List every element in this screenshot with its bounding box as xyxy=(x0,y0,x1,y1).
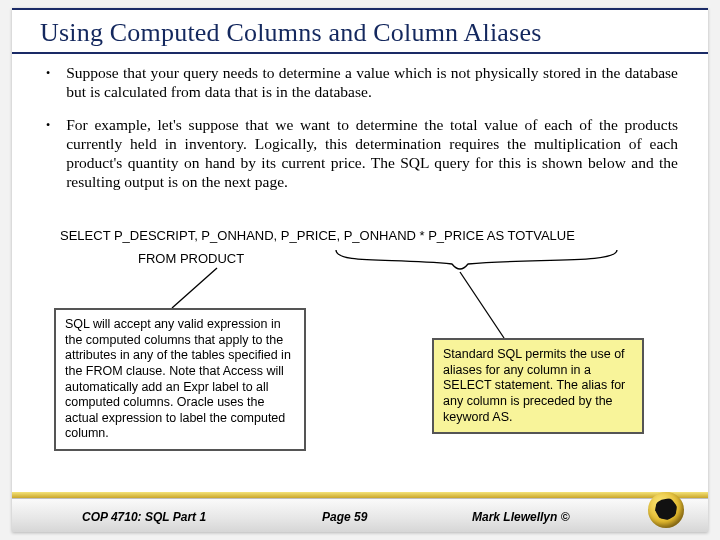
callout-right-text: Standard SQL permits the use of aliases … xyxy=(443,347,625,424)
footer: COP 4710: SQL Part 1 Page 59 Mark Llewel… xyxy=(12,492,708,532)
callout-left-text: SQL will accept any valid expression in … xyxy=(65,317,291,440)
bullet-list: • Suppose that your query needs to deter… xyxy=(46,64,678,205)
connector-left xyxy=(162,254,282,314)
footer-author: Mark Llewellyn © xyxy=(472,510,570,524)
footer-page: Page 59 xyxy=(322,510,367,524)
svg-line-1 xyxy=(172,268,217,308)
svg-line-0 xyxy=(460,272,504,338)
ucf-logo-icon xyxy=(648,492,684,528)
bullet-text: Suppose that your query needs to determi… xyxy=(66,64,678,102)
brace-connector-right xyxy=(332,244,642,344)
footer-course: COP 4710: SQL Part 1 xyxy=(82,510,206,524)
bullet-marker: • xyxy=(46,116,50,192)
callout-left: SQL will accept any valid expression in … xyxy=(54,308,306,451)
bullet-item: • For example, let's suppose that we wan… xyxy=(46,116,678,192)
bullet-item: • Suppose that your query needs to deter… xyxy=(46,64,678,102)
callout-right: Standard SQL permits the use of aliases … xyxy=(432,338,644,434)
bullet-text: For example, let's suppose that we want … xyxy=(66,116,678,192)
page-title: Using Computed Columns and Column Aliase… xyxy=(40,18,542,48)
rule-top xyxy=(12,8,708,10)
sql-line-1: SELECT P_DESCRIPT, P_ONHAND, P_PRICE, P_… xyxy=(60,228,678,243)
slide: Using Computed Columns and Column Aliase… xyxy=(12,8,708,532)
bullet-marker: • xyxy=(46,64,50,102)
rule-under-title xyxy=(12,52,708,54)
